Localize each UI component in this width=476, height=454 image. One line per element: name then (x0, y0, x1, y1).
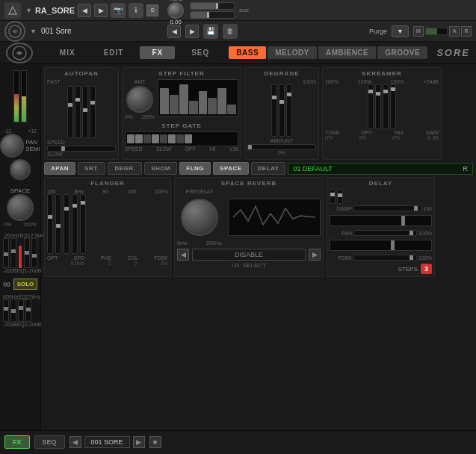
level-slider-l[interactable] (425, 28, 448, 35)
flanger-slider-2[interactable] (55, 194, 61, 254)
autopan-slider-1[interactable] (67, 86, 73, 138)
delay-slider-1[interactable] (330, 189, 336, 204)
skr-slider-2[interactable] (375, 84, 381, 129)
delay-pan-slider[interactable] (353, 230, 417, 236)
section-tab-groove[interactable]: GROOVE (377, 46, 427, 59)
delay-slider-2[interactable] (337, 189, 343, 204)
skr-slider-1[interactable] (368, 84, 374, 129)
degrade-slider-1[interactable] (271, 84, 277, 137)
space-btn[interactable]: SPACE (213, 162, 248, 175)
flanger-slider-1[interactable] (47, 194, 53, 254)
pan-control: -12 +12 PAN SEMI (3, 128, 37, 180)
aux-slider[interactable] (190, 2, 235, 10)
patch-prev-btn[interactable]: ◀ (167, 25, 181, 38)
tab-fx[interactable]: FX (140, 46, 175, 59)
predelay-knob[interactable] (181, 199, 218, 236)
degrade-slider-2[interactable] (279, 84, 285, 137)
section-tab-ambience[interactable]: AMBIENCE (318, 46, 376, 59)
disable-btn[interactable]: DISABLE (192, 249, 306, 261)
solo-btn[interactable]: SOLO (13, 279, 38, 290)
gate-dot-1[interactable] (127, 134, 135, 143)
purge-btn[interactable]: ▼ (392, 25, 409, 37)
shom-btn[interactable]: SHOM (144, 162, 177, 175)
skr-slider-4[interactable] (390, 84, 396, 129)
eq2-slider-3[interactable] (18, 299, 24, 322)
flng-btn[interactable]: FLNG (179, 162, 211, 175)
pan-knob[interactable] (0, 134, 24, 158)
eq2-slider-2[interactable] (10, 299, 16, 322)
skr-gain-label: GAIN (426, 130, 439, 135)
autopan-speed-slider[interactable] (47, 146, 116, 152)
delay-btn[interactable]: DELAY (251, 162, 286, 175)
eq2-freq2: 7kHz (28, 294, 40, 299)
gate-dot-4[interactable] (152, 134, 159, 143)
autopan-slider-4[interactable] (90, 86, 96, 138)
degrade-title: DEGRADE (247, 70, 316, 77)
eq2-slider-1[interactable] (3, 299, 9, 322)
fx-row-1: AUTOPAN FAST (44, 67, 473, 160)
gate-dot-6[interactable] (168, 134, 176, 143)
degrade-slider-3[interactable] (286, 84, 292, 137)
delete-icon[interactable]: 🗑 (223, 24, 238, 39)
m-btn[interactable]: M (413, 26, 424, 37)
space-knob[interactable] (7, 194, 34, 221)
eq1-slider-1[interactable] (3, 238, 9, 268)
degrade-amount-slider[interactable] (247, 144, 316, 150)
semi-knob[interactable] (10, 159, 31, 180)
ir-prev-btn[interactable]: ◀ (177, 249, 189, 261)
section-tab-bass[interactable]: BASS (229, 46, 266, 59)
delay-damp-label: DAMP (330, 206, 352, 211)
patch-save-bottom-btn[interactable]: ■ (149, 436, 161, 448)
eq1-slider-2[interactable] (10, 238, 16, 268)
flanger-spd-val: 0.0Hz (70, 261, 84, 266)
degr-btn[interactable]: DEGR. (108, 162, 142, 175)
autopan-slider-2[interactable] (75, 86, 81, 138)
camera-icon[interactable]: 📷 (111, 3, 126, 18)
gate-dot-3[interactable] (143, 134, 151, 143)
bottom-fx-btn[interactable]: FX (4, 435, 30, 449)
tab-mix[interactable]: MIX (48, 46, 87, 59)
info-icon[interactable]: ℹ (129, 3, 143, 18)
patch-next-bottom-btn[interactable]: ▶ (133, 436, 145, 448)
skr-slider-3[interactable] (383, 84, 389, 129)
eq1-slider-3[interactable] (24, 238, 30, 268)
delay-fdbk-slider[interactable] (353, 255, 417, 261)
tab-seq[interactable]: SEQ (179, 46, 221, 59)
flanger-slider-4[interactable] (72, 194, 78, 254)
app-title: RA_SORE (35, 6, 75, 15)
save-icon[interactable]: 💾 (203, 24, 218, 39)
delay-pan-label: PAN (330, 231, 352, 236)
gate-dot-8[interactable] (185, 134, 192, 143)
gate-dot-7[interactable] (176, 134, 184, 143)
step-filter-amt-knob[interactable] (126, 86, 153, 113)
delay-damp-slider[interactable] (353, 205, 421, 211)
right-slider-2[interactable] (190, 11, 235, 19)
r-btn[interactable]: R (461, 26, 472, 37)
tab-edit[interactable]: EDIT (92, 46, 136, 59)
flanger-slider-5[interactable] (80, 194, 86, 254)
section-tab-melody[interactable]: MELODY (268, 46, 317, 59)
space-max: 100% (23, 222, 37, 227)
patch-next-btn[interactable]: ▶ (185, 25, 199, 38)
eq1-slider-4[interactable] (31, 238, 37, 268)
delay-h-slider-2[interactable] (330, 215, 432, 226)
bottom-seq-btn[interactable]: SEQ (34, 435, 65, 449)
flanger-slider-3[interactable] (64, 194, 69, 254)
apan-btn[interactable]: APAN (44, 162, 75, 175)
patch-prev-bottom-btn[interactable]: ◀ (69, 436, 81, 448)
eq2-slider-4[interactable] (25, 299, 31, 322)
srt-btn[interactable]: SRT. (78, 162, 105, 175)
delay-h-slider-3[interactable] (330, 240, 432, 251)
autopan-slider-3[interactable] (82, 86, 88, 138)
a-btn[interactable]: A (449, 26, 460, 37)
tune-knob[interactable] (167, 2, 184, 19)
app-logo (4, 2, 21, 19)
gate-dot-2[interactable] (135, 134, 143, 143)
s-btn[interactable]: S (146, 4, 158, 16)
prev-btn[interactable]: ◀ (78, 4, 91, 17)
ir-next-btn[interactable]: ▶ (309, 249, 321, 261)
next-btn[interactable]: ▶ (94, 4, 108, 17)
gate-dot-5[interactable] (160, 134, 167, 143)
step-filter-section: STEP FILTER AMT 0% 100% (122, 67, 241, 160)
autopan-slow: SLOW (47, 152, 63, 157)
